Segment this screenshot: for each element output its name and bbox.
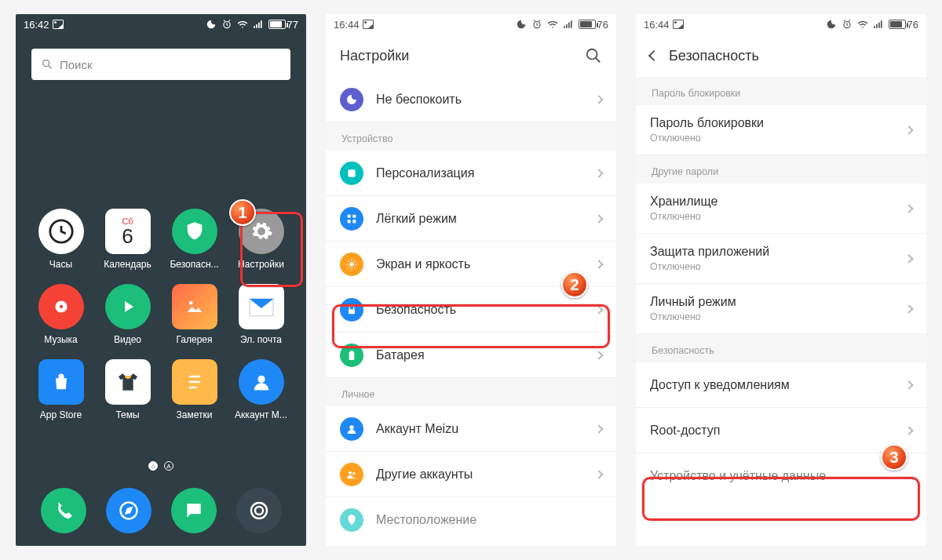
people-icon — [340, 463, 363, 486]
wifi-icon — [237, 19, 248, 30]
row-other-accounts[interactable]: Другие аккаунты — [326, 452, 616, 497]
app-clock[interactable]: Часы — [30, 209, 92, 270]
dnd-icon — [826, 19, 837, 30]
screenshot-icon — [363, 20, 374, 29]
page-dot-2[interactable]: A — [164, 461, 173, 471]
row-easy-mode[interactable]: Лёгкий режим — [326, 196, 616, 242]
phone-icon — [41, 488, 86, 533]
page-title: Настройки — [340, 48, 409, 64]
battery-percent: 77 — [287, 19, 298, 31]
screenshot-icon — [673, 20, 684, 29]
app-notes[interactable]: Заметки — [163, 359, 225, 420]
row-battery[interactable]: Батарея — [326, 333, 616, 378]
chevron-right-icon — [594, 95, 603, 104]
svg-point-12 — [587, 49, 597, 60]
tshirt-icon — [105, 359, 151, 405]
battery-icon — [340, 344, 363, 367]
sun-icon — [340, 253, 363, 276]
chevron-right-icon — [594, 214, 603, 223]
dock-camera[interactable] — [228, 488, 289, 533]
status-time: 16:44 — [334, 19, 360, 31]
row-dnd[interactable]: Не беспокоить — [326, 77, 616, 122]
security-header: Безопасность — [636, 35, 926, 77]
back-icon[interactable] — [648, 50, 659, 61]
search-icon[interactable] — [585, 47, 602, 64]
chevron-right-icon — [594, 424, 603, 433]
app-email[interactable]: Эл. почта — [230, 284, 292, 345]
chevron-right-icon — [904, 204, 913, 213]
battery-percent: 76 — [597, 19, 608, 31]
row-lock-password[interactable]: Пароль блокировки Отключено — [636, 105, 926, 155]
camera-icon — [236, 488, 282, 533]
battery-indicator: 77 — [268, 19, 298, 31]
compass-icon — [106, 488, 152, 533]
phone-screen-security: 16:44 76 Безопасность Пароль блокировки … — [636, 14, 926, 546]
dock-messages[interactable] — [163, 488, 224, 533]
svg-rect-21 — [351, 351, 353, 351]
row-location-cut[interactable]: Местоположение — [326, 497, 616, 543]
dnd-icon — [516, 19, 527, 30]
row-private-mode[interactable]: Личный режим Отключено — [636, 284, 926, 334]
app-gallery[interactable]: Галерея — [163, 284, 225, 345]
person-icon — [340, 417, 363, 441]
section-device: Устройство — [326, 122, 616, 151]
dock-browser[interactable] — [98, 488, 159, 533]
chevron-right-icon — [904, 125, 913, 134]
app-themes[interactable]: Темы — [97, 359, 159, 420]
chevron-right-icon — [904, 426, 913, 435]
row-app-protection[interactable]: Защита приложений Отключено — [636, 234, 926, 284]
app-video[interactable]: Видео — [97, 284, 159, 345]
app-calendar[interactable]: Сб 6 Календарь — [97, 209, 159, 270]
alarm-icon — [221, 19, 232, 30]
alarm-icon — [531, 19, 542, 30]
app-security[interactable]: Безопасн... — [163, 209, 225, 270]
notes-icon — [172, 359, 217, 405]
svg-point-18 — [349, 262, 353, 266]
chevron-right-icon — [594, 470, 603, 478]
dock-phone[interactable] — [33, 488, 93, 533]
moon-icon — [340, 88, 363, 111]
chevron-right-icon — [904, 254, 913, 263]
svg-rect-17 — [352, 220, 356, 223]
search-input[interactable]: Поиск — [31, 49, 290, 80]
svg-rect-19 — [349, 309, 355, 314]
play-icon — [105, 284, 151, 329]
page-indicator[interactable]: ⌂ A — [16, 461, 306, 471]
app-appstore[interactable]: App Store — [30, 359, 92, 420]
step-badge-2: 2 — [561, 271, 588, 298]
row-root-access[interactable]: Root-доступ — [636, 408, 926, 453]
battery-indicator: 76 — [579, 19, 608, 31]
search-placeholder: Поиск — [60, 58, 93, 71]
svg-point-5 — [189, 301, 193, 305]
mail-icon — [239, 284, 284, 329]
app-music[interactable]: Музыка — [30, 284, 92, 345]
svg-rect-14 — [348, 214, 351, 217]
gallery-icon — [172, 284, 217, 329]
status-time: 16:44 — [644, 19, 670, 31]
svg-point-10 — [255, 507, 263, 515]
page-dot-home[interactable]: ⌂ — [148, 461, 158, 471]
music-icon — [38, 284, 84, 329]
chevron-right-icon — [594, 351, 603, 359]
section-other-passwords: Другие пароли — [636, 155, 926, 184]
alarm-icon — [842, 19, 853, 30]
svg-point-22 — [349, 425, 353, 429]
chevron-right-icon — [594, 260, 603, 268]
page-title: Безопасность — [669, 48, 759, 64]
statusbar: 16:42 77 — [16, 14, 306, 35]
statusbar: 16:44 76 — [636, 14, 926, 35]
app-account[interactable]: Аккаунт M... — [230, 359, 292, 420]
row-meizu-account[interactable]: Аккаунт Meizu — [326, 406, 616, 452]
phone-screen-home: 16:42 77 Поиск Часы Сб 6 — [16, 14, 306, 546]
section-security: Безопасность — [636, 334, 926, 362]
signal-icon — [563, 19, 574, 30]
row-notification-access[interactable]: Доступ к уведомлениям — [636, 362, 926, 408]
search-icon — [41, 58, 53, 71]
row-storage[interactable]: Хранилище Отключено — [636, 184, 926, 234]
row-personalization[interactable]: Персонализация — [326, 151, 616, 196]
personalization-icon — [340, 162, 363, 185]
settings-header: Настройки — [326, 35, 616, 77]
person-icon — [239, 359, 284, 405]
step-badge-3: 3 — [881, 444, 907, 471]
svg-point-1 — [43, 60, 49, 67]
